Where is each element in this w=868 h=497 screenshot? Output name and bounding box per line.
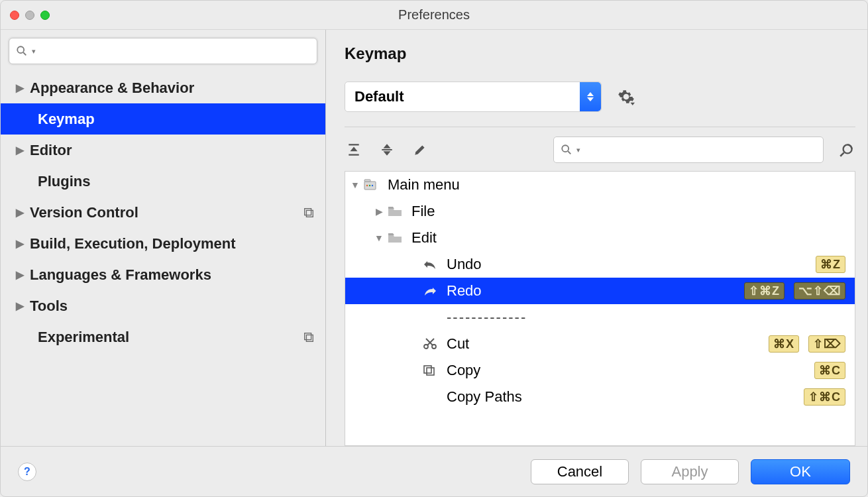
mainmenu-icon — [364, 179, 378, 191]
tree-node-undo[interactable]: Undo ⌘Z — [345, 251, 855, 278]
project-level-icon — [303, 331, 315, 343]
svg-point-21 — [372, 185, 373, 186]
shortcut-chip: ⌥⇧⌫ — [794, 282, 845, 300]
zoom-window-button[interactable] — [40, 11, 50, 20]
svg-rect-26 — [424, 366, 431, 373]
svg-rect-2 — [305, 208, 311, 215]
content-panel: Keymap Default — [326, 30, 867, 446]
tree-label: Edit — [407, 229, 848, 247]
find-by-shortcut-button[interactable] — [838, 141, 855, 158]
window-title: Preferences — [1, 7, 867, 23]
expand-all-button[interactable] — [345, 140, 363, 159]
nav-languages-frameworks[interactable]: ▶ Languages & Frameworks — [1, 259, 325, 290]
svg-point-0 — [17, 46, 24, 53]
tree-node-copy-paths[interactable]: Copy Paths ⇧⌘C — [345, 384, 855, 410]
svg-line-16 — [840, 152, 843, 156]
body: ▾ ▶ Appearance & Behavior Keymap ▶ Edito… — [1, 30, 867, 446]
shortcut-chip: ⌘C — [814, 362, 845, 379]
redo-icon — [423, 285, 437, 297]
svg-point-20 — [369, 185, 370, 186]
tree-label: File — [407, 203, 848, 220]
page-heading: Keymap — [345, 44, 855, 63]
dialog-footer: ? Cancel Apply OK — [1, 446, 867, 496]
action-search[interactable]: ▾ — [553, 137, 824, 163]
nav-label: Build, Execution, Deployment — [30, 235, 315, 252]
cut-icon — [423, 338, 437, 350]
tree-label: ------------- — [443, 309, 848, 326]
project-level-icon — [303, 207, 315, 219]
minimize-window-button[interactable] — [25, 11, 34, 20]
search-icon — [561, 144, 572, 156]
expand-arrow-icon: ▶ — [11, 144, 28, 156]
keymap-scheme-select[interactable]: Default — [345, 82, 602, 112]
svg-rect-4 — [305, 333, 311, 339]
tree-label: Copy Paths — [443, 388, 804, 406]
dropdown-caret-icon — [580, 82, 601, 111]
svg-marker-12 — [384, 151, 391, 156]
disclosure-triangle-icon[interactable] — [348, 180, 362, 190]
ok-button[interactable]: OK — [751, 459, 850, 484]
expand-arrow-icon: ▶ — [11, 237, 28, 250]
help-button[interactable]: ? — [18, 463, 36, 481]
settings-search-input[interactable] — [40, 44, 310, 58]
svg-marker-8 — [351, 147, 358, 152]
actions-tree[interactable]: Main menu File Edit — [345, 171, 855, 446]
nav-label: Keymap — [38, 111, 315, 128]
tree-node-main-menu[interactable]: Main menu — [345, 172, 855, 198]
nav-label: Version Control — [30, 204, 301, 221]
tree-node-edit[interactable]: Edit — [345, 225, 855, 251]
edit-shortcut-button[interactable] — [411, 140, 429, 159]
nav-tools[interactable]: ▶ Tools — [1, 290, 325, 321]
preferences-window: Preferences ▾ ▶ Appearance & Behavior — [0, 0, 868, 497]
shortcut-chip: ⇧⌘C — [804, 388, 845, 406]
tree-node-redo[interactable]: Redo ⇧⌘Z ⌥⇧⌫ — [345, 278, 855, 304]
folder-icon — [388, 232, 402, 244]
collapse-all-button[interactable] — [378, 140, 396, 159]
chevron-down-icon: ▾ — [32, 47, 36, 56]
nav-appearance-behavior[interactable]: ▶ Appearance & Behavior — [1, 72, 325, 103]
apply-button[interactable]: Apply — [641, 459, 739, 484]
folder-icon — [388, 205, 402, 217]
shortcut-chip: ⌘X — [769, 335, 799, 353]
expand-arrow-icon: ▶ — [11, 82, 28, 94]
nav-experimental[interactable]: Experimental — [1, 321, 325, 353]
nav-build-execution-deployment[interactable]: ▶ Build, Execution, Deployment — [1, 228, 325, 259]
window-controls — [10, 11, 50, 20]
tree-label: Cut — [443, 335, 769, 353]
tree-label: Main menu — [384, 176, 848, 193]
svg-rect-27 — [427, 368, 434, 375]
nav-editor[interactable]: ▶ Editor — [1, 135, 325, 166]
disclosure-triangle-icon[interactable] — [372, 206, 386, 217]
action-search-input[interactable] — [584, 143, 816, 157]
divider — [345, 127, 855, 127]
settings-search[interactable]: ▾ — [9, 38, 317, 64]
nav-keymap[interactable]: Keymap — [1, 103, 325, 135]
chevron-down-icon: ▾ — [576, 146, 580, 154]
settings-tree: ▶ Appearance & Behavior Keymap ▶ Editor … — [1, 72, 325, 446]
sidebar: ▾ ▶ Appearance & Behavior Keymap ▶ Edito… — [1, 30, 326, 446]
shortcut-chip: ⇧⌘Z — [744, 282, 785, 300]
tree-node-file[interactable]: File — [345, 198, 855, 225]
tree-label: Copy — [443, 362, 814, 379]
tree-node-separator[interactable]: ------------- — [345, 304, 855, 331]
expand-arrow-icon: ▶ — [11, 300, 28, 312]
svg-point-19 — [366, 185, 368, 186]
nav-label: Plugins — [38, 173, 315, 190]
keymap-toolbar: ▾ — [345, 137, 855, 163]
shortcut-chip: ⌘Z — [816, 256, 845, 273]
cancel-button[interactable]: Cancel — [531, 459, 629, 484]
tree-node-cut[interactable]: Cut ⌘X ⇧⌦ — [345, 331, 855, 357]
nav-plugins[interactable]: Plugins — [1, 166, 325, 197]
keymap-scheme-actions-button[interactable] — [618, 88, 635, 105]
nav-label: Languages & Frameworks — [30, 266, 315, 284]
nav-version-control[interactable]: ▶ Version Control — [1, 197, 325, 228]
nav-label: Editor — [30, 142, 315, 159]
expand-arrow-icon: ▶ — [11, 268, 28, 281]
svg-point-13 — [562, 145, 569, 152]
disclosure-triangle-icon[interactable] — [372, 233, 386, 243]
close-window-button[interactable] — [10, 11, 19, 20]
tree-node-copy[interactable]: Copy ⌘C — [345, 357, 855, 384]
svg-rect-18 — [364, 180, 370, 182]
nav-label: Appearance & Behavior — [30, 80, 315, 97]
search-icon — [16, 45, 28, 57]
